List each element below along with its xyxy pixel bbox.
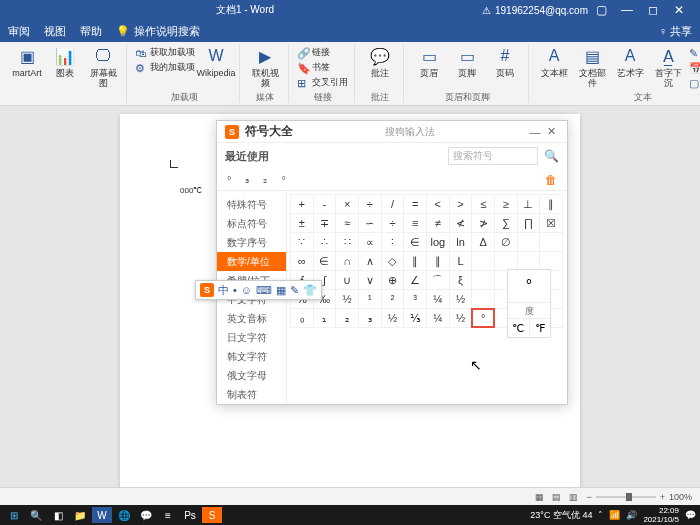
dropcap-button[interactable]: A̲首字下沉	[651, 44, 685, 88]
zoom-out[interactable]: −	[586, 492, 591, 502]
comment-button[interactable]: 💬批注	[363, 44, 397, 78]
search-input[interactable]: 搜索符号	[448, 147, 538, 165]
tray-up-icon[interactable]: ˄	[598, 510, 603, 520]
photoshop-icon[interactable]: Ps	[180, 507, 200, 523]
symbol-cell[interactable]: ½	[335, 289, 359, 309]
symbol-cell[interactable]: ×	[335, 194, 359, 214]
symbol-cell[interactable]: log	[426, 232, 450, 252]
view-mode[interactable]: ▤	[552, 492, 561, 502]
search-button[interactable]: 🔍	[26, 507, 46, 523]
minimize-button[interactable]: —	[614, 3, 640, 17]
category-item[interactable]: 数字序号	[217, 233, 286, 252]
pagenum-button[interactable]: #页码	[488, 44, 522, 78]
zoom-level[interactable]: 100%	[669, 492, 692, 502]
wordart-button[interactable]: A艺术字	[613, 44, 647, 78]
symbol-cell[interactable]: ≠	[426, 213, 450, 233]
zoom-in[interactable]: +	[660, 492, 665, 502]
category-item[interactable]: 俄文字母	[217, 366, 286, 385]
symbol-cell[interactable]: ≯	[471, 213, 495, 233]
symbol-cell[interactable]: ±	[290, 213, 314, 233]
symbol-cell[interactable]: ∈	[403, 232, 427, 252]
symbol-cell[interactable]: ∥	[539, 194, 563, 214]
smartart-button[interactable]: ▣martArt	[10, 44, 44, 78]
symbol-cell[interactable]: ¼	[426, 308, 450, 328]
explorer-icon[interactable]: 📁	[70, 507, 90, 523]
screenshot-button[interactable]: 🖵屏幕截图	[86, 44, 120, 88]
wechat-icon[interactable]: 💬	[136, 507, 156, 523]
symbol-cell[interactable]: ≤	[471, 194, 495, 214]
symbol-cell[interactable]: ☒	[539, 213, 563, 233]
symbol-cell[interactable]: ⊕	[381, 270, 405, 290]
category-item[interactable]: 制表符	[217, 385, 286, 404]
preview-celsius[interactable]: ℃	[508, 319, 530, 337]
symbol-cell[interactable]: >	[449, 194, 473, 214]
textbox-button[interactable]: A文本框	[537, 44, 571, 78]
symbol-cell[interactable]: ∧	[358, 251, 382, 271]
ime-toolbar[interactable]: S 中 • ☺ ⌨ ▦ ✎ 👕	[195, 280, 322, 300]
wikipedia-button[interactable]: WWikipedia	[199, 44, 233, 78]
symbol-cell[interactable]: =	[403, 194, 427, 214]
symbol-cell[interactable]: ∠	[403, 270, 427, 290]
symbol-cell[interactable]: ∩	[335, 251, 359, 271]
system-tray[interactable]: 23°C 空气优 44 ˄ 📶 🔊 22:092021/10/5 💬	[530, 506, 696, 524]
maximize-button[interactable]: ◻	[640, 3, 666, 17]
start-button[interactable]: ⊞	[4, 507, 24, 523]
symbol-cell[interactable]: ÷	[358, 194, 382, 214]
object-button[interactable]: ▢对象	[689, 76, 700, 89]
recent-sym[interactable]: °	[227, 174, 231, 186]
share-button[interactable]: ♀ 共享	[659, 24, 692, 39]
symbol-cell[interactable]: ∥	[426, 251, 450, 271]
symbol-cell[interactable]: ²	[381, 289, 405, 309]
ime-punct[interactable]: •	[233, 284, 237, 296]
symbol-cell[interactable]: ∶	[381, 232, 405, 252]
symbol-cell[interactable]: ₂	[335, 308, 359, 328]
symbol-cell[interactable]: ∑	[494, 213, 518, 233]
tell-me[interactable]: 💡操作说明搜索	[116, 24, 200, 39]
symbol-cell[interactable]	[539, 232, 563, 252]
ime-pen-icon[interactable]: ✎	[290, 284, 299, 297]
symbol-cell[interactable]: ∽	[358, 213, 382, 233]
symbol-cell[interactable]: ≥	[494, 194, 518, 214]
view-mode[interactable]: ▦	[535, 492, 544, 502]
symbol-cell[interactable]: ln	[449, 232, 473, 252]
symbol-cell[interactable]: ∥	[403, 251, 427, 271]
clock[interactable]: 22:092021/10/5	[643, 506, 679, 524]
ime-grid-icon[interactable]: ▦	[276, 284, 286, 297]
sogou-task-icon[interactable]: S	[202, 507, 222, 523]
link-button[interactable]: 🔗链接	[297, 46, 348, 59]
category-item[interactable]: 日文字符	[217, 328, 286, 347]
taskview-button[interactable]: ◧	[48, 507, 68, 523]
symbol-cell[interactable]: ◇	[381, 251, 405, 271]
word-icon[interactable]: W	[92, 507, 112, 523]
online-video-button[interactable]: ▶联机视频	[248, 44, 282, 88]
symbol-cell[interactable]: ∞	[290, 251, 314, 271]
ribbon-toggle-icon[interactable]: ▢	[588, 3, 614, 17]
symbol-cell[interactable]: ₃	[358, 308, 382, 328]
symbol-cell[interactable]: <	[426, 194, 450, 214]
ime-lang[interactable]: 中	[218, 283, 229, 298]
symbol-cell[interactable]: ∵	[290, 232, 314, 252]
symbol-cell[interactable]: ≈	[335, 213, 359, 233]
symbol-cell[interactable]: ⌒	[426, 270, 450, 290]
symbol-cell[interactable]: °	[471, 308, 495, 328]
category-item[interactable]: 标点符号	[217, 214, 286, 233]
volume-icon[interactable]: 🔊	[626, 510, 637, 520]
ime-keyboard-icon[interactable]: ⌨	[256, 284, 272, 297]
dialog-close[interactable]: ✕	[543, 125, 559, 138]
symbol-cell[interactable]: ≮	[449, 213, 473, 233]
chart-button[interactable]: 📊图表	[48, 44, 82, 78]
dialog-minimize[interactable]: —	[527, 126, 543, 138]
symbol-cell[interactable]: ½	[449, 308, 473, 328]
get-addins-button[interactable]: 🛍获取加载项	[135, 46, 195, 59]
notification-icon[interactable]: 💬	[685, 510, 696, 520]
symbol-cell[interactable]: ∷	[335, 232, 359, 252]
close-button[interactable]: ✕	[666, 3, 692, 17]
category-item[interactable]: 韩文字符	[217, 347, 286, 366]
ime-emoji-icon[interactable]: ☺	[241, 284, 252, 296]
symbol-cell[interactable]: /	[381, 194, 405, 214]
user-account[interactable]: ⚠ 191962254@qq.com	[482, 5, 588, 16]
symbol-cell[interactable]: L	[449, 251, 473, 271]
view-mode[interactable]: ▥	[569, 492, 578, 502]
symbol-cell[interactable]: ∈	[313, 251, 337, 271]
recent-sym[interactable]: ₂	[263, 173, 267, 186]
